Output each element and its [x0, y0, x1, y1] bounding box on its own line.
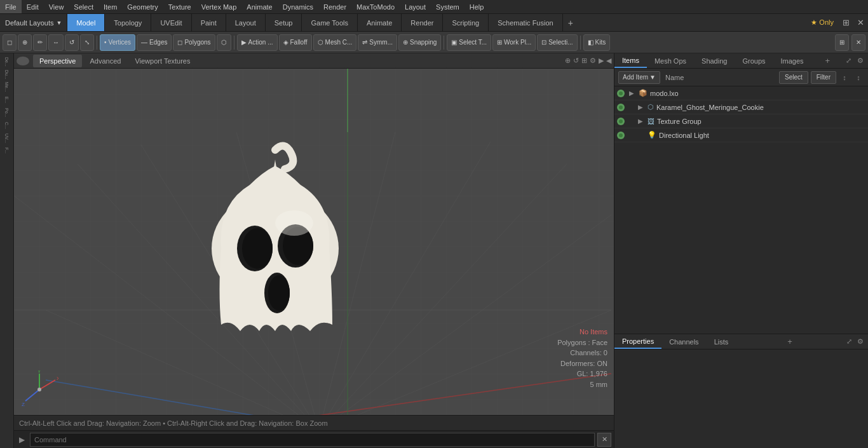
item-expand-1[interactable]: ▶	[636, 104, 645, 111]
menu-texture[interactable]: Texture	[163, 0, 196, 13]
toolbar-action[interactable]: ▶ Action ...	[237, 34, 278, 51]
toolbar-close-btn[interactable]: ✕	[851, 34, 865, 51]
visibility-dot-0[interactable]	[617, 90, 625, 97]
viewport-icon-1[interactable]: ⊕	[565, 57, 571, 65]
properties-tab-channels[interactable]: Channels	[661, 334, 706, 349]
toolbar-edges[interactable]: — Edges	[137, 34, 172, 51]
list-item-ghost[interactable]: ▶ ⬡ Karamel_Ghost_Meringue_Cookie	[614, 100, 868, 114]
properties-expand-btn[interactable]: ⤢	[844, 337, 854, 347]
properties-tab-add[interactable]: +	[782, 337, 797, 346]
layout-tab-setup[interactable]: Setup	[266, 14, 302, 31]
properties-tab-lists[interactable]: Lists	[707, 334, 736, 349]
toolbar-kits[interactable]: ◧ Kits	[583, 34, 611, 51]
items-tab-items[interactable]: Items	[614, 53, 647, 68]
menu-geometry[interactable]: Geometry	[122, 0, 163, 13]
menu-help[interactable]: Help	[465, 0, 489, 13]
toolbar-vertices[interactable]: • Vertices	[100, 34, 135, 51]
viewport-tab-advanced[interactable]: Advanced	[83, 55, 127, 67]
viewport-icon-5[interactable]: ▶	[599, 57, 604, 65]
menu-view[interactable]: View	[44, 0, 69, 13]
list-item-light[interactable]: ▶ 💡 Directional Light	[614, 128, 868, 142]
viewport-icon-6[interactable]: ◀	[606, 57, 611, 65]
properties-tab-properties[interactable]: Properties	[614, 334, 661, 349]
star-only-filter[interactable]: ★ Only	[806, 18, 839, 27]
properties-settings-btn[interactable]: ⚙	[855, 337, 865, 347]
toolbar-snapping[interactable]: ⊕ Snapping	[398, 34, 441, 51]
select-btn[interactable]: Select	[779, 71, 808, 84]
toolbar-select-mode[interactable]: ◻	[3, 34, 17, 51]
sidebar-icon-c[interactable]: C...	[1, 119, 13, 131]
item-expand-0[interactable]: ▶	[627, 90, 636, 97]
layout-settings-btn[interactable]: ✕	[853, 14, 868, 31]
toolbar-select-tool[interactable]: ▣ Select T...	[447, 34, 491, 51]
layout-tab-paint[interactable]: Paint	[192, 14, 226, 31]
menu-maxtomodo[interactable]: MaxToModo	[351, 0, 400, 13]
list-item-texture[interactable]: ▶ 🖼 Texture Group	[614, 114, 868, 128]
toolbar-selection[interactable]: ⊡ Selecti...	[537, 34, 577, 51]
viewport-icon-4[interactable]: ⚙	[590, 57, 596, 65]
layout-tab-uvedit[interactable]: UVEdit	[151, 14, 191, 31]
menu-edit[interactable]: Edit	[22, 0, 44, 13]
command-clear-btn[interactable]: ✕	[597, 433, 611, 447]
item-expand-2[interactable]: ▶	[636, 118, 645, 125]
layout-tab-model[interactable]: Model	[67, 14, 105, 31]
toolbar-work-plane[interactable]: ⊞ Work Pl...	[492, 34, 536, 51]
list-item-modo-lxo[interactable]: ▶ 📦 modo.lxo	[614, 86, 868, 100]
sidebar-icon-me[interactable]: Me...	[1, 81, 13, 93]
layout-tab-schematic-fusion[interactable]: Schematic Fusion	[489, 14, 562, 31]
items-settings-btn[interactable]: ⚙	[855, 56, 865, 66]
viewport-icon-2[interactable]: ↺	[573, 57, 579, 65]
layout-tab-animate[interactable]: Animate	[358, 14, 402, 31]
items-tab-shading[interactable]: Shading	[694, 53, 735, 68]
items-tab-add[interactable]: +	[820, 56, 835, 65]
toolbar-transform-mode[interactable]: ⊕	[18, 34, 32, 51]
items-expand-btn[interactable]: ⤢	[844, 56, 854, 66]
layout-tab-scripting[interactable]: Scripting	[443, 14, 489, 31]
items-list-collapse[interactable]: ↕	[853, 72, 864, 83]
toolbar-expand-btn[interactable]: ⊞	[835, 34, 849, 51]
menu-file[interactable]: File	[0, 0, 22, 13]
sidebar-icon-de[interactable]: De...	[1, 56, 13, 67]
sidebar-icon-uv[interactable]: UV...	[1, 132, 13, 144]
menu-vertex-map[interactable]: Vertex Map	[196, 0, 242, 13]
add-item-btn[interactable]: Add Item ▼	[618, 71, 660, 84]
visibility-dot-2[interactable]	[617, 118, 625, 125]
menu-render[interactable]: Render	[318, 0, 351, 13]
toolbar-mesh-type[interactable]: ⬡	[217, 34, 231, 51]
visibility-dot-3[interactable]	[617, 132, 625, 139]
visibility-dot-1[interactable]	[617, 104, 625, 111]
layout-tab-add[interactable]: +	[563, 14, 578, 31]
command-input[interactable]	[30, 433, 595, 447]
viewport-icon-3[interactable]: ⊞	[581, 57, 587, 65]
toolbar-move-mode[interactable]: ↔	[48, 34, 64, 51]
menu-animate[interactable]: Animate	[241, 0, 277, 13]
sidebar-icon-f[interactable]: F...	[1, 145, 13, 156]
menu-select[interactable]: Select	[69, 0, 98, 13]
sidebar-icon-e[interactable]: E...	[1, 94, 13, 105]
viewport-3d[interactable]: No Items Polygons : Face Channels: 0 Def…	[14, 69, 614, 415]
viewport-tab-textures[interactable]: Viewport Textures	[128, 55, 196, 67]
menu-dynamics[interactable]: Dynamics	[278, 0, 318, 13]
toolbar-falloff[interactable]: ◈ Falloff	[279, 34, 312, 51]
layout-dropdown[interactable]: Default Layouts ▼	[0, 14, 67, 31]
menu-layout[interactable]: Layout	[400, 0, 431, 13]
layout-tab-layout[interactable]: Layout	[226, 14, 266, 31]
sidebar-icon-po[interactable]: Po...	[1, 107, 13, 118]
menu-item[interactable]: Item	[98, 0, 122, 13]
layout-tab-game-tools[interactable]: Game Tools	[302, 14, 358, 31]
toolbar-symmetry[interactable]: ⇌ Symm...	[358, 34, 397, 51]
items-tab-images[interactable]: Images	[773, 53, 811, 68]
toolbar-pen-mode[interactable]: ✏	[33, 34, 47, 51]
items-tab-mesh-ops[interactable]: Mesh Ops	[647, 53, 694, 68]
layout-maximize-btn[interactable]: ⊞	[839, 14, 853, 31]
layout-tab-render[interactable]: Render	[402, 14, 443, 31]
viewport-tab-perspective[interactable]: Perspective	[33, 55, 82, 67]
menu-system[interactable]: System	[431, 0, 465, 13]
sidebar-icon-du[interactable]: Du...	[1, 69, 13, 80]
toolbar-mesh-c[interactable]: ⬡ Mesh C...	[313, 34, 357, 51]
toolbar-polygons[interactable]: ◻ Polygons	[173, 34, 215, 51]
filter-btn[interactable]: Filter	[811, 71, 836, 84]
toolbar-rotate-mode[interactable]: ↺	[65, 34, 79, 51]
items-list-expand[interactable]: ↕	[839, 72, 850, 83]
items-tab-groups[interactable]: Groups	[735, 53, 773, 68]
